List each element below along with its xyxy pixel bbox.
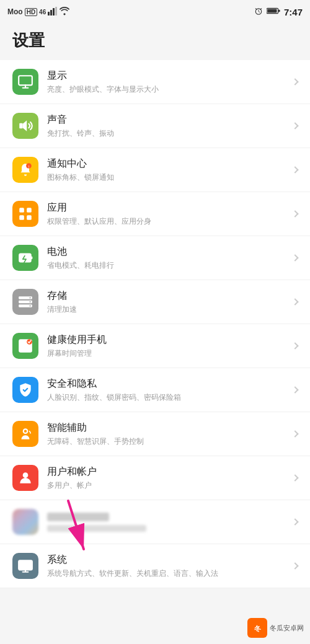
health-chevron — [291, 342, 298, 349]
apps-icon — [12, 201, 38, 227]
blurred-subtitle — [47, 525, 146, 532]
svg-rect-2 — [53, 8, 55, 15]
assist-content: 智能辅助 无障碍、智慧识屏、手势控制 — [47, 421, 288, 447]
status-bar: Moo HD 46 — [0, 0, 310, 24]
blurred-content — [47, 513, 288, 532]
sound-icon — [12, 113, 38, 139]
svg-text:冬: 冬 — [254, 625, 262, 632]
svg-point-31 — [24, 563, 28, 568]
settings-item-apps[interactable]: 应用 权限管理、默认应用、应用分身 — [0, 192, 310, 236]
status-left: Moo HD 46 — [7, 7, 69, 17]
svg-rect-8 — [19, 76, 32, 85]
security-title: 安全和隐私 — [47, 377, 288, 390]
status-right: 7:47 — [254, 7, 303, 17]
apps-chevron — [291, 210, 298, 217]
svg-rect-13 — [27, 208, 32, 213]
account-content: 用户和帐户 多用户、帐户 — [47, 465, 288, 491]
svg-rect-6 — [267, 9, 277, 13]
system-content: 系统 系统导航方式、软件更新、关机重启、语言、输入法 — [47, 554, 288, 579]
settings-item-health[interactable]: 健康使用手机 屏幕时间管理 — [0, 324, 310, 368]
wifi-icon — [60, 7, 69, 17]
notification-subtitle: 图标角标、锁屏通知 — [47, 172, 288, 183]
svg-rect-3 — [55, 7, 57, 15]
account-chevron — [291, 474, 298, 481]
health-title: 健康使用手机 — [47, 333, 288, 346]
alarm-icon — [254, 7, 263, 17]
system-subtitle: 系统导航方式、软件更新、关机重启、语言、输入法 — [47, 568, 288, 579]
health-subtitle: 屏幕时间管理 — [47, 348, 288, 359]
assist-chevron — [291, 430, 298, 437]
settings-item-blurred[interactable] — [0, 500, 310, 544]
sound-subtitle: 免打扰、铃声、振动 — [47, 128, 288, 139]
display-subtitle: 亮度、护眼模式、字体与显示大小 — [47, 84, 288, 95]
battery-title: 电池 — [47, 245, 288, 258]
security-chevron — [291, 386, 298, 393]
svg-rect-1 — [50, 10, 52, 15]
health-icon — [12, 333, 38, 359]
watermark: 冬 冬瓜安卓网 — [247, 618, 304, 638]
svg-point-22 — [30, 297, 31, 298]
page-title: 设置 — [12, 30, 298, 51]
settings-list: 显示 亮度、护眼模式、字体与显示大小 声音 免打扰、铃声、振动 — [0, 60, 310, 588]
settings-item-battery[interactable]: 电池 省电模式、耗电排行 — [0, 236, 310, 280]
signal-bars — [48, 7, 58, 17]
display-icon — [12, 69, 38, 95]
svg-point-23 — [30, 301, 31, 302]
system-icon — [12, 553, 38, 579]
svg-rect-18 — [31, 257, 33, 259]
svg-rect-15 — [27, 215, 32, 220]
battery-content: 电池 省电模式、耗电排行 — [47, 245, 288, 271]
security-icon — [12, 377, 38, 403]
blurred-icon — [12, 509, 38, 535]
blurred-chevron — [291, 518, 298, 525]
security-subtitle: 人脸识别、指纹、锁屏密码、密码保险箱 — [47, 392, 288, 403]
battery-settings-icon — [12, 245, 38, 271]
display-title: 显示 — [47, 69, 288, 82]
svg-rect-9 — [19, 123, 22, 129]
blurred-title — [47, 513, 109, 521]
battery-chevron — [291, 254, 298, 261]
svg-point-29 — [23, 472, 29, 478]
settings-item-sound[interactable]: 声音 免打扰、铃声、振动 — [0, 104, 310, 148]
apps-title: 应用 — [47, 201, 288, 214]
notification-title: 通知中心 — [47, 157, 288, 170]
settings-item-system[interactable]: 系统 系统导航方式、软件更新、关机重启、语言、输入法 — [0, 544, 310, 588]
svg-text:!: ! — [29, 165, 30, 169]
system-title: 系统 — [47, 554, 288, 567]
security-content: 安全和隐私 人脸识别、指纹、锁屏密码、密码保险箱 — [47, 377, 288, 403]
signal-hd: HD — [25, 8, 37, 16]
settings-item-account[interactable]: 用户和帐户 多用户、帐户 — [0, 456, 310, 500]
settings-item-security[interactable]: 安全和隐私 人脸识别、指纹、锁屏密码、密码保险箱 — [0, 368, 310, 412]
display-content: 显示 亮度、护眼模式、字体与显示大小 — [47, 69, 288, 95]
storage-subtitle: 清理加速 — [47, 304, 288, 315]
svg-point-24 — [30, 305, 31, 306]
settings-item-display[interactable]: 显示 亮度、护眼模式、字体与显示大小 — [0, 60, 310, 104]
notification-icon: ! — [12, 157, 38, 183]
apps-content: 应用 权限管理、默认应用、应用分身 — [47, 201, 288, 227]
system-chevron — [291, 562, 298, 569]
account-icon — [12, 465, 38, 491]
settings-item-assist[interactable]: 智能辅助 无障碍、智慧识屏、手势控制 — [0, 412, 310, 456]
storage-icon — [12, 289, 38, 315]
svg-rect-0 — [48, 12, 50, 15]
page-header: 设置 — [0, 24, 310, 60]
account-title: 用户和帐户 — [47, 465, 288, 479]
signal-4g: 46 — [39, 9, 46, 15]
settings-item-notification[interactable]: ! 通知中心 图标角标、锁屏通知 — [0, 148, 310, 192]
assist-icon — [12, 421, 38, 447]
health-content: 健康使用手机 屏幕时间管理 — [47, 333, 288, 359]
account-subtitle: 多用户、帐户 — [47, 480, 288, 491]
svg-rect-12 — [19, 208, 24, 213]
sound-chevron — [291, 122, 298, 129]
storage-content: 存储 清理加速 — [47, 289, 288, 315]
storage-title: 存储 — [47, 289, 288, 302]
sound-title: 声音 — [47, 113, 288, 126]
carrier-text: Moo — [7, 7, 23, 16]
notification-content: 通知中心 图标角标、锁屏通知 — [47, 157, 288, 183]
svg-rect-14 — [19, 215, 24, 220]
settings-item-storage[interactable]: 存储 清理加速 — [0, 280, 310, 324]
watermark-text: 冬瓜安卓网 — [270, 624, 304, 633]
battery-subtitle: 省电模式、耗电排行 — [47, 260, 288, 271]
display-chevron — [291, 78, 298, 85]
watermark-logo: 冬 — [247, 618, 267, 638]
